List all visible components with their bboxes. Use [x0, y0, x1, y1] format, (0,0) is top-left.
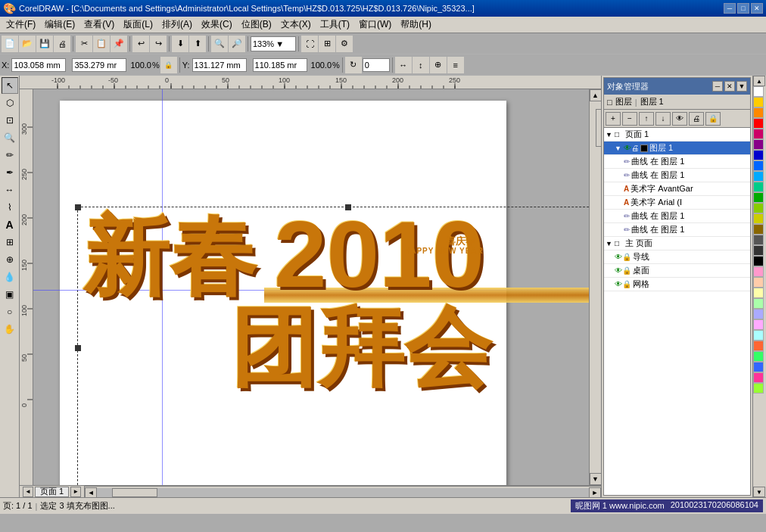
transform-button[interactable]: ⊕: [430, 57, 447, 73]
palette-color-teal[interactable]: [753, 182, 764, 192]
zoom-level-combo[interactable]: 133% ▼: [251, 36, 296, 51]
tree-curve-2[interactable]: ✏ 曲线 在 图层 1: [604, 169, 750, 182]
export-button[interactable]: ⬆: [189, 36, 206, 52]
open-button[interactable]: 📂: [19, 36, 36, 52]
full-screen-button[interactable]: ⛶: [301, 36, 318, 52]
handle-ml[interactable]: [75, 345, 81, 351]
options-button[interactable]: ⚙: [336, 36, 353, 52]
expand-master[interactable]: ▼: [606, 240, 615, 247]
hscroll-thumb[interactable]: [112, 488, 157, 497]
tree-curve-1[interactable]: ✏ 曲线 在 图层 1: [604, 155, 750, 169]
expand-layer-1[interactable]: ▼: [615, 145, 624, 152]
om-lock-button[interactable]: 🔒: [705, 112, 721, 126]
save-button[interactable]: 💾: [36, 36, 53, 52]
palette-color-chartreuse[interactable]: [753, 383, 764, 394]
palette-color-orange[interactable]: [753, 107, 764, 118]
hscroll-left-button[interactable]: ◄: [85, 487, 97, 498]
hand-tool[interactable]: ✋: [2, 321, 18, 338]
outline-tool[interactable]: ○: [2, 303, 18, 320]
copy-button[interactable]: 📋: [93, 36, 110, 52]
coord-y-input[interactable]: [192, 58, 247, 72]
eye-icon-desktop[interactable]: 👁: [615, 266, 622, 275]
om-down-button[interactable]: ↓: [655, 112, 671, 126]
redo-button[interactable]: ↪: [150, 36, 167, 52]
palette-color-lightyellow[interactable]: [753, 288, 764, 298]
palette-color-magenta[interactable]: [753, 319, 764, 330]
undo-button[interactable]: ↩: [132, 36, 149, 52]
zoom-tool[interactable]: 🔍: [2, 129, 18, 146]
palette-scroll-down[interactable]: ▼: [753, 487, 765, 497]
palette-color-lightcyan[interactable]: [753, 330, 764, 341]
menu-tools[interactable]: 工具(T): [316, 17, 354, 33]
palette-color-darkgray[interactable]: [753, 245, 764, 256]
palette-color-blue[interactable]: [753, 150, 764, 160]
lock-icon-grid[interactable]: 🔒: [622, 280, 631, 288]
minimize-button[interactable]: ─: [724, 3, 736, 14]
zoom-out-button[interactable]: 🔎: [229, 36, 245, 52]
shape-tool[interactable]: ⬡: [2, 95, 18, 111]
tree-desktop[interactable]: 👁 🔒 桌面: [604, 264, 750, 278]
tree-curve-3[interactable]: ✏ 曲线 在 图层 1: [604, 210, 750, 223]
palette-color-pink[interactable]: [753, 129, 764, 139]
cut-button[interactable]: ✂: [76, 36, 92, 52]
expand-page-1[interactable]: ▼: [606, 131, 615, 138]
menu-file[interactable]: 文件(F): [2, 17, 40, 33]
menu-view[interactable]: 查看(V): [79, 17, 119, 33]
menu-effects[interactable]: 效果(C): [197, 17, 237, 33]
print-icon-l1[interactable]: 🖨: [631, 144, 639, 152]
palette-color-mint[interactable]: [753, 351, 764, 362]
snap-button[interactable]: ⊞: [319, 36, 335, 52]
tree-text-1[interactable]: A 美术字 AvantGar: [604, 182, 750, 196]
coord-w-input[interactable]: [72, 58, 126, 72]
blend-tool[interactable]: ⊕: [2, 251, 18, 268]
palette-color-cyan[interactable]: [753, 171, 764, 182]
palette-color-white[interactable]: [753, 86, 764, 97]
tree-master-page[interactable]: ▼ □ 主 页面: [604, 237, 750, 250]
om-new-layer-button[interactable]: +: [606, 112, 621, 126]
tree-layer-1[interactable]: ▼ 👁 🖨 图层 1: [604, 142, 750, 155]
palette-scroll-up[interactable]: ▲: [753, 76, 765, 86]
import-button[interactable]: ⬇: [172, 36, 188, 52]
menu-layout[interactable]: 版面(L): [119, 17, 157, 33]
maximize-button[interactable]: □: [737, 3, 749, 14]
lock-aspect-button[interactable]: 🔒: [160, 57, 177, 73]
dimension-tool[interactable]: ↔: [2, 182, 18, 198]
eyedropper-tool[interactable]: 💧: [2, 269, 18, 285]
palette-color-red[interactable]: [753, 118, 764, 129]
vscroll-thumb[interactable]: [596, 109, 602, 147]
obj-manager-close[interactable]: ✕: [724, 81, 735, 92]
palette-color-lime[interactable]: [753, 203, 764, 213]
palette-color-gray[interactable]: [753, 235, 764, 245]
menu-help[interactable]: 帮助(H): [396, 17, 436, 33]
coord-x-input[interactable]: [11, 58, 66, 72]
menu-arrange[interactable]: 排列(A): [157, 17, 197, 33]
align-button[interactable]: ≡: [447, 57, 464, 73]
tree-guides[interactable]: 👁 🔒 导线: [604, 250, 750, 264]
palette-color-lavender[interactable]: [753, 309, 764, 319]
print-button[interactable]: 🖨: [54, 36, 70, 52]
palette-color-royalblue[interactable]: [753, 362, 764, 372]
eye-icon-grid[interactable]: 👁: [615, 280, 622, 288]
om-delete-layer-button[interactable]: −: [622, 112, 637, 126]
menu-edit[interactable]: 编辑(E): [40, 17, 79, 33]
palette-color-lightblue[interactable]: [753, 160, 764, 171]
zoom-combo-arrow[interactable]: ▼: [276, 39, 284, 48]
new-button[interactable]: 📄: [2, 36, 18, 52]
vscroll-down-button[interactable]: ▼: [590, 473, 602, 485]
menu-window[interactable]: 窗口(W): [354, 17, 396, 33]
connector-tool[interactable]: ⌇: [2, 199, 18, 216]
lock-icon-desktop[interactable]: 🔒: [622, 266, 631, 275]
crop-tool[interactable]: ⊡: [2, 112, 18, 129]
hscroll-right-button[interactable]: ►: [589, 487, 601, 498]
palette-color-lightgreen[interactable]: [753, 298, 764, 309]
flip-h-button[interactable]: ↔: [395, 57, 412, 73]
fill-tool[interactable]: ▣: [2, 286, 18, 303]
tree-page-1[interactable]: ▼ □ 页面 1: [604, 128, 750, 142]
palette-color-green[interactable]: [753, 192, 764, 203]
rotation-input[interactable]: [363, 58, 390, 72]
menu-text[interactable]: 文本(X): [276, 17, 316, 33]
vscroll-up-button[interactable]: ▲: [590, 89, 602, 101]
palette-color-yellow[interactable]: [753, 97, 764, 107]
palette-color-gold[interactable]: [753, 213, 764, 224]
smart-draw-tool[interactable]: ✒: [2, 164, 18, 181]
